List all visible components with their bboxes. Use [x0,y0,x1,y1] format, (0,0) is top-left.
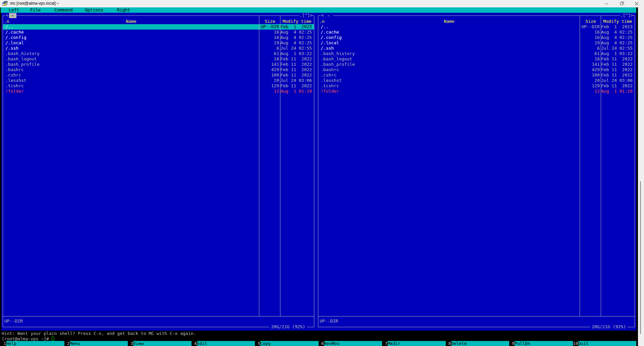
fkey-menu[interactable]: 2Menu [64,341,128,346]
file-row--cshrc[interactable]: .cshrc100Feb 11 2022 [318,72,635,78]
minimize-button[interactable] [599,0,614,7]
fkey-renmov[interactable]: 6RenMov [319,341,382,346]
column-header-mtime[interactable]: Modify time [601,19,634,24]
file-row--bash-profile[interactable]: .bash_profile141Feb 11 2022 [318,62,635,67]
file-row--tcshrc[interactable]: .tcshrc129Feb 11 2022 [3,83,314,89]
menu-item-command[interactable]: Command [54,7,73,13]
file-name: .bash_history [321,51,355,56]
file-row--[interactable]: /..UP--DIRFeb 1 2023 [318,24,635,30]
file-size: 61 [259,51,280,56]
file-row--cshrc[interactable]: .cshrc100Feb 11 2022 [3,72,314,78]
file-mtime: Aug 4 02:25 [601,35,634,40]
file-size: 141 [259,62,280,67]
left-panel-path[interactable]: ~ [9,13,16,18]
file-name: .bash_profile [321,62,355,67]
file-row--config[interactable]: /.config16Aug 4 02:25 [318,35,635,40]
file-mtime: Feb 11 2022 [601,56,634,62]
fkey-number: 7 [382,341,387,346]
file-row--[interactable]: /..UP--DIRFeb 1 2023 [3,24,314,30]
file-row--bash-profile[interactable]: .bash_profile141Feb 11 2022 [3,62,314,67]
file-row--local[interactable]: /.local19Aug 4 02:25 [318,40,635,46]
fkey-view[interactable]: 3View [128,341,192,346]
column-header-size[interactable]: Size [260,19,280,24]
right-panel-path[interactable]: ~ [324,13,333,18]
file-row--folder[interactable]: !folder12Aug 1 01:10 [318,89,635,94]
fkey-delete[interactable]: 8Delete [446,341,509,346]
file-row--cache[interactable]: /.cache16Aug 4 02:25 [318,30,635,35]
file-size: 20 [259,78,280,83]
panel-corner-buttons[interactable]: .[^]> [620,13,633,18]
file-row--lesshst[interactable]: .lesshst20Jul 24 03:06 [3,78,314,83]
file-size: 12 [579,89,601,94]
menu-item-file[interactable]: File [30,7,41,13]
file-size: 129 [259,83,280,89]
file-row--bashrc[interactable]: .bashrc429Feb 11 2022 [3,67,314,72]
file-mtime: Feb 11 2022 [601,62,634,67]
file-name: /.local [5,40,24,46]
panel-area: < ~ .[^]> .n Name Size Modify time /..UP… [1,13,636,331]
file-size: 20 [579,78,601,83]
terminal-screen: LeftFileCommandOptionsRight < ~ .[^]> .n… [0,7,638,346]
file-name: !folder [5,89,24,94]
fkey-number: 10 [573,341,578,346]
file-size: 16 [579,30,601,35]
file-row--bash-history[interactable]: .bash_history61Aug 1 03:22 [318,51,635,56]
panel-scroll-left-icon[interactable]: < [5,13,9,18]
file-name: /.config [5,35,26,40]
file-row--bash-logout[interactable]: .bash_logout18Feb 11 2022 [318,56,635,62]
menu-item-right[interactable]: Right [117,7,130,13]
file-row--local[interactable]: /.local19Aug 4 02:25 [3,40,314,46]
fkey-number: 3 [128,341,133,346]
file-mtime: Feb 11 2022 [280,83,313,89]
file-size: 429 [259,67,280,72]
hint-line: Hint: Want your plain shell? Press C-o, … [2,331,196,336]
fkey-label: RenMov [324,341,382,346]
column-header-name[interactable]: Name [318,19,580,24]
file-row--tcshrc[interactable]: .tcshrc129Feb 11 2022 [318,83,635,89]
fkey-edit[interactable]: 4Edit [192,341,255,346]
close-button[interactable] [629,0,644,7]
file-mtime: Jul 24 02:55 [601,46,634,51]
file-size: 16 [579,35,601,40]
file-name: .lesshst [321,78,342,83]
file-name: /.cache [5,30,24,35]
file-row--cache[interactable]: /.cache16Aug 4 02:25 [3,30,314,35]
file-size: 18 [579,56,601,62]
file-row--config[interactable]: /.config16Aug 4 02:25 [3,35,314,40]
fkey-copy[interactable]: 5Copy [255,341,319,346]
file-row--bash-logout[interactable]: .bash_logout18Feb 11 2022 [3,56,314,62]
fkey-quit[interactable]: 10Quit [573,341,637,346]
panel-corner-buttons[interactable]: .[^]> [300,13,313,18]
file-mtime: Feb 1 2023 [601,24,634,30]
file-row--bashrc[interactable]: .bashrc429Feb 11 2022 [318,67,635,72]
file-row--folder[interactable]: !folder12Aug 1 01:10 [3,89,314,94]
file-mtime: Feb 11 2022 [280,67,313,72]
column-header-mtime[interactable]: Modify time [281,19,313,24]
file-row--ssh[interactable]: /.ssh6Jul 24 02:55 [318,46,635,51]
terminal-cursor [52,337,54,341]
scrollbar-thumb[interactable] [640,181,641,334]
file-size: 429 [579,67,601,72]
file-mtime: Aug 1 03:22 [280,51,313,56]
file-name: .bashrc [321,67,339,72]
file-row--bash-history[interactable]: .bash_history61Aug 1 03:22 [3,51,314,56]
panel-scroll-left-icon[interactable]: < [321,13,324,18]
column-header-size[interactable]: Size [580,19,601,24]
terminal-scrollbar[interactable] [638,7,644,346]
file-mtime: Jul 24 03:06 [601,78,634,83]
column-header-name[interactable]: Name [3,19,259,24]
file-size: 61 [579,51,601,56]
fkey-number: 8 [446,341,451,346]
file-name: /.. [5,24,13,30]
maximize-button[interactable] [614,0,629,7]
fkey-pulldn[interactable]: 9PullDn [509,341,573,346]
file-name: .tcshrc [5,83,24,89]
menu-item-options[interactable]: Options [85,7,103,13]
menu-item-left[interactable]: Left [9,7,19,13]
file-row--ssh[interactable]: /.ssh6Jul 24 02:55 [3,46,314,51]
free-space-indicator: 20G/21G (92%) [269,324,307,330]
file-name: /.ssh [321,46,334,51]
file-row--lesshst[interactable]: .lesshst20Jul 24 03:06 [318,78,635,83]
fkey-mkdir[interactable]: 7Mkdir [382,341,446,346]
fkey-help[interactable]: 1Help [1,341,64,346]
